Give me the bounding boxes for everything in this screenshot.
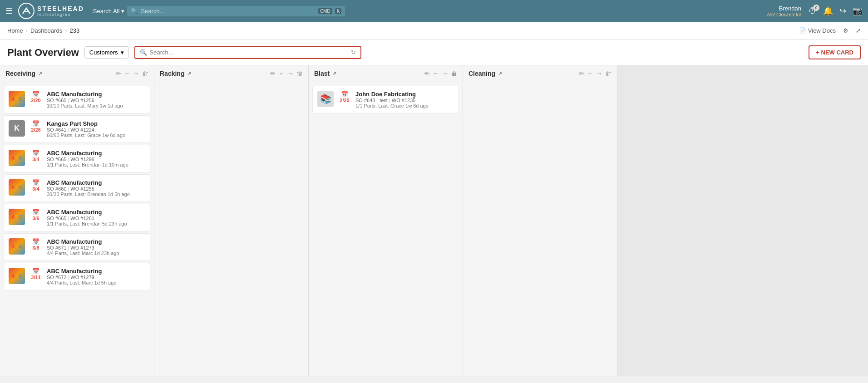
external-link-icon[interactable]: ↗ <box>38 71 42 77</box>
column-racking: Racking ↗ ✏ ← → 🗑 <box>154 65 309 376</box>
delete-icon[interactable]: 🗑 <box>451 70 457 77</box>
hamburger-menu[interactable]: ☰ <box>5 6 13 16</box>
column-title-racking: Racking ↗ <box>160 70 267 77</box>
card-company-name: ABC Manufacturing <box>47 238 145 245</box>
edit-icon[interactable]: ✏ <box>116 70 121 77</box>
logo-icon <box>18 3 35 19</box>
kanban-card[interactable]: 📚 📅 2/20 John Doe Fabricating SO #648 - … <box>312 86 459 113</box>
card-parts-info: 30/30 Parts, Last: Brendan 1d 5h ago <box>47 192 145 197</box>
search-all-button[interactable]: Search All ▾ <box>93 8 125 15</box>
avatar: ABC <box>9 209 25 225</box>
page-title: Plant Overview <box>7 47 79 59</box>
filter-search-input[interactable] <box>150 49 348 56</box>
breadcrumb: Home › Dashboards › 233 <box>7 27 79 34</box>
kanban-card[interactable]: ABC 📅 3/11 ABC Manufacturing SO #672|WO … <box>4 263 150 290</box>
expand-button[interactable]: ⤢ <box>856 27 861 34</box>
card-content: ABC Manufacturing SO #660|WO #1255 30/30… <box>47 179 145 197</box>
column-actions-receiving: ✏ ← → 🗑 <box>116 70 148 77</box>
edit-icon[interactable]: ✏ <box>579 70 584 77</box>
card-date: 2/28 <box>31 127 40 133</box>
global-search-input[interactable] <box>141 8 316 15</box>
card-so-wo: SO #648 - test|WO #1235 <box>355 98 454 103</box>
kanban-card[interactable]: ABC 📅 3/8 ABC Manufacturing SO #671|WO #… <box>4 233 150 261</box>
timer-icon[interactable]: ⏱ 0 <box>809 6 817 16</box>
card-content: ABC Manufacturing SO #671|WO #1273 4/4 P… <box>47 238 145 256</box>
edit-icon[interactable]: ✏ <box>424 70 430 77</box>
breadcrumb-home[interactable]: Home <box>7 27 23 34</box>
breadcrumb-sep-1: › <box>26 27 28 34</box>
card-date-badge: 📅 2/28 <box>29 120 43 133</box>
card-company-name: Kangas Part Shop <box>47 120 145 127</box>
view-docs-button[interactable]: 📄 View Docs <box>799 27 836 34</box>
column-body-racking <box>154 82 308 376</box>
customers-label: Customers <box>89 49 118 56</box>
user-info: Brendan Not Clocked In! <box>767 5 801 17</box>
calendar-icon: 📅 <box>32 150 39 157</box>
calendar-icon: 📅 <box>32 120 39 127</box>
card-parts-info: 4/4 Parts, Last: Marc 1d 5h ago <box>47 280 145 285</box>
column-body-receiving: ABC 📅 2/20 ABC Manufacturing SO #660|WO … <box>0 82 154 376</box>
expand-icon: ⤢ <box>856 27 861 34</box>
logout-icon[interactable]: ↪ <box>839 6 846 16</box>
arrow-left-icon[interactable]: ← <box>124 70 130 77</box>
user-name: Brendan <box>767 5 801 12</box>
card-parts-info: 1/1 Parts, Last: Brendan 1d 10m ago <box>47 162 145 167</box>
arrow-right-icon[interactable]: → <box>442 70 448 77</box>
avatar: ABC <box>9 179 25 196</box>
arrow-left-icon[interactable]: ← <box>278 70 285 77</box>
card-content: ABC Manufacturing SO #665|WO #1296 1/1 P… <box>47 150 145 167</box>
avatar: ABC <box>9 150 25 166</box>
column-actions-cleaning: ✏ ← → 🗑 <box>579 70 612 77</box>
doc-icon: 📄 <box>799 27 806 34</box>
delete-icon[interactable]: 🗑 <box>142 70 148 77</box>
card-so-wo: SO #671|WO #1273 <box>47 245 145 250</box>
edit-icon[interactable]: ✏ <box>270 70 276 77</box>
customers-filter-button[interactable]: Customers ▾ <box>84 46 129 59</box>
arrow-left-icon[interactable]: ← <box>433 70 439 77</box>
delete-icon[interactable]: 🗑 <box>605 70 612 77</box>
avatar: K <box>9 120 25 137</box>
card-date: 3/6 <box>32 216 39 221</box>
external-link-icon[interactable]: ↗ <box>187 71 191 77</box>
gear-icon: ⚙ <box>843 27 848 34</box>
card-company-name: ABC Manufacturing <box>47 91 145 98</box>
card-content: Kangas Part Shop SO #641|WO #1224 60/60 … <box>47 120 145 138</box>
avatar: ABC <box>9 91 25 107</box>
camera-icon[interactable]: 📷 <box>853 6 863 16</box>
kanban-card[interactable]: ABC 📅 3/4 ABC Manufacturing SO #660|WO #… <box>4 174 150 202</box>
breadcrumb-dashboards[interactable]: Dashboards <box>30 27 62 34</box>
column-actions-racking: ✏ ← → 🗑 <box>270 70 303 77</box>
top-nav: ☰ STEELHEAD technologies Search All ▾ 🔍 … <box>0 0 868 22</box>
notification-icon[interactable]: 🔔 <box>823 6 833 16</box>
kbd-cmd: CMD <box>318 8 332 14</box>
card-date-badge: 📅 2/20 <box>29 91 43 103</box>
external-link-icon[interactable]: ↗ <box>332 71 336 77</box>
column-header-racking: Racking ↗ ✏ ← → 🗑 <box>154 65 308 82</box>
arrow-right-icon[interactable]: → <box>596 70 602 77</box>
arrow-right-icon[interactable]: → <box>133 70 139 77</box>
settings-button[interactable]: ⚙ <box>843 27 848 34</box>
new-card-button[interactable]: + NEW CARD <box>809 45 861 59</box>
card-date-badge: 📅 2/20 <box>337 91 352 103</box>
avatar: ABC <box>9 238 25 255</box>
filter-search-box: 🔍 ↻ <box>134 46 361 59</box>
search-icon: 🔍 <box>131 8 138 15</box>
kbd-k: K <box>335 8 342 14</box>
column-blast: Blast ↗ ✏ ← → 🗑 📚 📅 2/20 John Doe Fabric… <box>309 65 463 376</box>
kanban-card[interactable]: ABC 📅 3/4 ABC Manufacturing SO #665|WO #… <box>4 145 150 172</box>
column-cleaning: Cleaning ↗ ✏ ← → 🗑 <box>463 65 617 376</box>
card-content: ABC Manufacturing SO #665|WO #1261 1/1 P… <box>47 209 145 226</box>
refresh-icon[interactable]: ↻ <box>351 49 356 56</box>
column-header-cleaning: Cleaning ↗ ✏ ← → 🗑 <box>463 65 617 82</box>
kanban-card[interactable]: ABC 📅 2/20 ABC Manufacturing SO #660|WO … <box>4 86 150 113</box>
kanban-board: Receiving ↗ ✏ ← → 🗑 ABC 📅 2/20 ABC Manuf… <box>0 65 868 376</box>
calendar-icon: 📅 <box>32 91 39 98</box>
card-so-wo: SO #660|WO #1255 <box>47 186 145 192</box>
global-search-box: 🔍 CMD K <box>127 6 345 16</box>
delete-icon[interactable]: 🗑 <box>296 70 303 77</box>
kanban-card[interactable]: K 📅 2/28 Kangas Part Shop SO #641|WO #12… <box>4 115 150 143</box>
external-link-icon[interactable]: ↗ <box>498 71 502 77</box>
arrow-left-icon[interactable]: ← <box>587 70 593 77</box>
kanban-card[interactable]: ABC 📅 3/6 ABC Manufacturing SO #665|WO #… <box>4 204 150 231</box>
arrow-right-icon[interactable]: → <box>287 70 294 77</box>
